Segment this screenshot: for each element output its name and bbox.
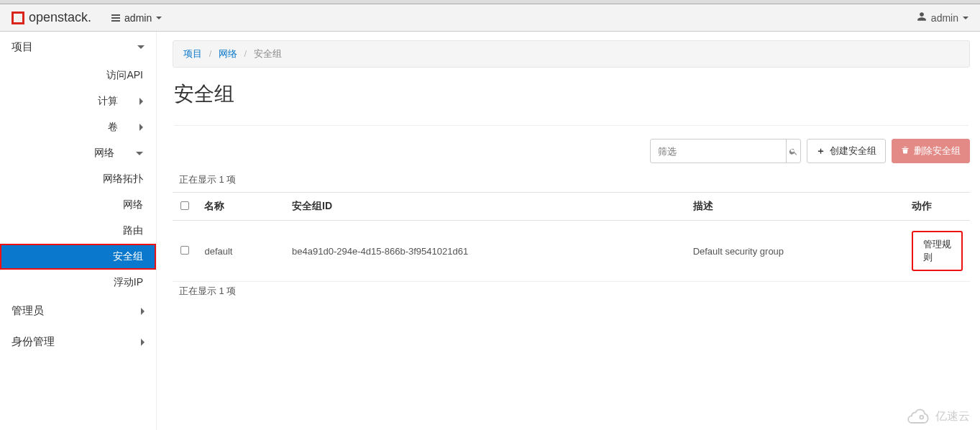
chevron-right-icon — [141, 339, 145, 346]
watermark: 亿速云 — [905, 408, 970, 424]
sidebar-item-networks[interactable]: 网络 — [0, 192, 156, 218]
caret-down-icon — [963, 17, 968, 19]
row-checkbox[interactable] — [180, 246, 189, 255]
project-selector-label: admin — [124, 12, 152, 24]
sidebar-item-security-groups[interactable]: 安全组 — [0, 244, 156, 270]
button-label: 删除安全组 — [914, 145, 961, 157]
cloud-icon — [905, 408, 931, 424]
filter-box — [650, 139, 801, 163]
watermark-text: 亿速云 — [935, 409, 970, 424]
breadcrumb-project[interactable]: 项目 — [183, 48, 202, 59]
sidebar-item-floating-ip[interactable]: 浮动IP — [0, 270, 156, 296]
sidebar: 项目 访问API 计算 卷 网络 网络拓扑 网络 路由 安全组 浮动IP 管理员… — [0, 32, 157, 430]
trash-icon — [901, 146, 910, 157]
sidebar-label: 身份管理 — [12, 335, 55, 349]
header-bar: openstack. admin admin — [0, 4, 980, 32]
sidebar-item-network-topology[interactable]: 网络拓扑 — [0, 166, 156, 192]
cell-name: default — [197, 221, 285, 282]
chevron-down-icon — [137, 45, 145, 49]
search-icon — [789, 147, 798, 156]
brand-name: openstack. — [29, 10, 91, 25]
page-title: 安全组 — [174, 81, 968, 126]
breadcrumb-network[interactable]: 网络 — [219, 48, 237, 59]
cell-id: be4a91d0-294e-4d15-866b-3f9541021d61 — [285, 221, 686, 282]
list-icon — [111, 14, 120, 22]
user-menu-label: admin — [931, 12, 958, 24]
project-selector[interactable]: admin — [111, 12, 162, 24]
sidebar-item-compute[interactable]: 计算 — [0, 88, 156, 114]
sidebar-item-project[interactable]: 项目 — [0, 32, 156, 63]
plus-icon: ＋ — [816, 145, 825, 157]
toolbar: ＋ 创建安全组 删除安全组 — [173, 139, 970, 163]
sidebar-item-identity[interactable]: 身份管理 — [0, 326, 156, 357]
sidebar-label: 管理员 — [12, 304, 44, 318]
user-menu[interactable]: admin — [917, 12, 968, 24]
column-header-desc[interactable]: 描述 — [686, 193, 905, 221]
cell-desc: Default security group — [686, 221, 905, 282]
openstack-logo-icon — [12, 12, 24, 24]
svg-point-0 — [920, 416, 923, 419]
filter-input[interactable] — [651, 146, 786, 157]
sidebar-item-volumes[interactable]: 卷 — [0, 114, 156, 140]
chevron-down-icon — [136, 152, 143, 155]
column-header-action: 动作 — [905, 193, 970, 221]
brand-link[interactable]: openstack. — [12, 10, 91, 25]
column-header-id[interactable]: 安全组ID — [285, 193, 686, 221]
sidebar-item-api-access[interactable]: 访问API — [0, 63, 156, 88]
sidebar-label: 卷 — [108, 121, 118, 134]
filter-search-button[interactable] — [786, 139, 800, 163]
delete-security-group-button[interactable]: 删除安全组 — [892, 139, 970, 163]
items-count-top: 正在显示 1 项 — [173, 170, 970, 192]
items-count-bottom: 正在显示 1 项 — [173, 282, 970, 303]
table-row: default be4a91d0-294e-4d15-866b-3f954102… — [173, 221, 970, 282]
breadcrumb: 项目 / 网络 / 安全组 — [173, 40, 970, 68]
sidebar-label: 网络 — [94, 147, 114, 160]
caret-down-icon — [156, 17, 162, 19]
sidebar-label: 计算 — [98, 95, 118, 108]
breadcrumb-sep: / — [209, 48, 212, 59]
create-security-group-button[interactable]: ＋ 创建安全组 — [807, 139, 886, 163]
chevron-right-icon — [139, 124, 143, 131]
sidebar-item-admin[interactable]: 管理员 — [0, 296, 156, 326]
chevron-right-icon — [141, 308, 145, 315]
security-groups-table: 名称 安全组ID 描述 动作 default be4a91d0-294e-4d1… — [173, 192, 970, 282]
sidebar-label: 项目 — [12, 40, 33, 54]
main-content: 项目 / 网络 / 安全组 安全组 ＋ 创建安全组 删除安全组 — [157, 32, 980, 430]
sidebar-item-network[interactable]: 网络 — [0, 140, 156, 166]
chevron-right-icon — [139, 98, 143, 105]
breadcrumb-sep: / — [244, 48, 247, 59]
breadcrumb-current: 安全组 — [254, 48, 282, 59]
user-icon — [917, 12, 927, 24]
select-all-checkbox[interactable] — [180, 201, 189, 210]
column-header-name[interactable]: 名称 — [197, 193, 285, 221]
button-label: 创建安全组 — [830, 145, 876, 157]
sidebar-item-routers[interactable]: 路由 — [0, 218, 156, 244]
manage-rules-button[interactable]: 管理规则 — [912, 231, 963, 271]
